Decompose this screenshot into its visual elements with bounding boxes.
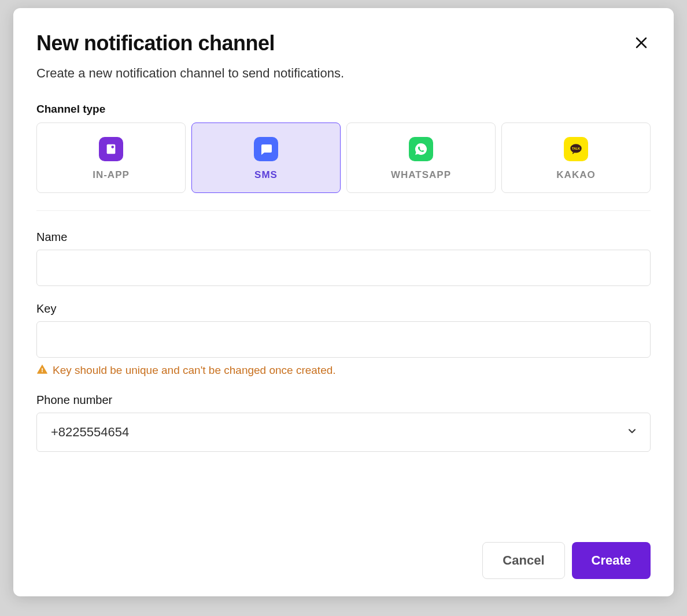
modal-title: New notification channel <box>36 31 275 55</box>
sms-icon <box>254 137 278 161</box>
svg-text:TALK: TALK <box>572 147 580 150</box>
channel-card-whatsapp[interactable]: WHATSAPP <box>346 123 496 193</box>
modal-subtitle: Create a new notification channel to sen… <box>36 66 651 81</box>
key-helper-row: Key should be unique and can't be change… <box>36 363 651 377</box>
close-button[interactable] <box>632 34 651 54</box>
key-field-group: Key Key should be unique and can't be ch… <box>36 302 651 377</box>
modal-footer: Cancel Create <box>36 525 651 579</box>
key-input[interactable] <box>36 321 651 358</box>
kakao-icon: TALK <box>564 137 588 161</box>
channel-label: SMS <box>254 169 278 181</box>
key-helper-text: Key should be unique and can't be change… <box>53 364 336 377</box>
create-button[interactable]: Create <box>572 542 651 579</box>
channel-label: WHATSAPP <box>391 169 451 181</box>
modal-header: New notification channel <box>36 31 651 55</box>
name-label: Name <box>36 231 651 244</box>
channel-card-kakao[interactable]: TALK KAKAO <box>501 123 651 193</box>
channel-label: IN-APP <box>93 169 130 181</box>
name-field-group: Name <box>36 231 651 286</box>
channel-type-grid: IN-APP SMS WHATSAPP T <box>36 123 651 193</box>
close-icon <box>634 43 648 51</box>
new-notification-channel-modal: New notification channel Create a new no… <box>13 8 674 596</box>
svg-point-3 <box>111 146 114 149</box>
phone-select-wrap: +8225554654 <box>36 413 651 452</box>
svg-rect-2 <box>107 144 116 154</box>
channel-type-label: Channel type <box>36 103 651 116</box>
phone-number-select[interactable]: +8225554654 <box>36 413 651 452</box>
phone-field-group: Phone number +8225554654 <box>36 394 651 452</box>
channel-label: KAKAO <box>556 169 595 181</box>
phone-label: Phone number <box>36 394 651 407</box>
channel-card-inapp[interactable]: IN-APP <box>36 123 186 193</box>
cancel-button[interactable]: Cancel <box>482 542 564 579</box>
warning-icon <box>36 363 48 377</box>
key-label: Key <box>36 302 651 316</box>
whatsapp-icon <box>409 137 433 161</box>
channel-card-sms[interactable]: SMS <box>191 123 341 193</box>
inapp-icon <box>99 137 123 161</box>
divider <box>36 210 651 211</box>
name-input[interactable] <box>36 250 651 286</box>
